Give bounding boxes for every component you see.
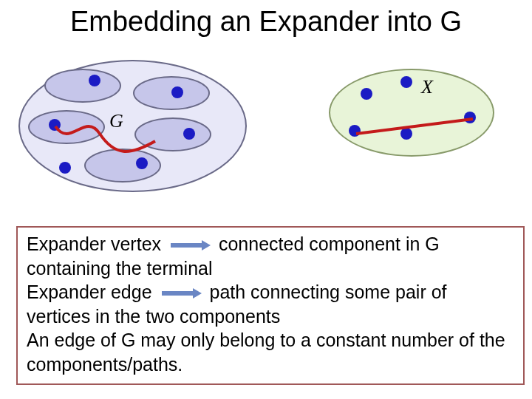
svg-line-0 [356, 119, 473, 134]
arrow-icon [169, 239, 211, 252]
text-constraint: An edge of G may only belong to a consta… [27, 330, 505, 375]
terminal-dot [89, 75, 100, 86]
text-expander-edge: Expander edge [27, 282, 152, 302]
diagram-area: G X [7, 45, 525, 208]
expander-vertex-dot [361, 88, 372, 100]
terminal-dot [183, 128, 195, 140]
terminal-dot [59, 162, 71, 174]
explanation-box: Expander vertex connected component in G… [16, 226, 525, 385]
expander-edge-line [353, 116, 477, 138]
label-G: G [109, 110, 123, 132]
slide-title: Embedding an Expander into G [0, 0, 532, 38]
component-blob [44, 69, 121, 103]
svg-marker-4 [193, 288, 202, 299]
expander-vertex-dot [400, 76, 412, 88]
terminal-dot [171, 86, 183, 98]
arrow-icon [160, 287, 202, 300]
text-expander-vertex: Expander vertex [27, 233, 161, 254]
svg-marker-2 [202, 240, 211, 250]
label-X: X [421, 76, 433, 98]
